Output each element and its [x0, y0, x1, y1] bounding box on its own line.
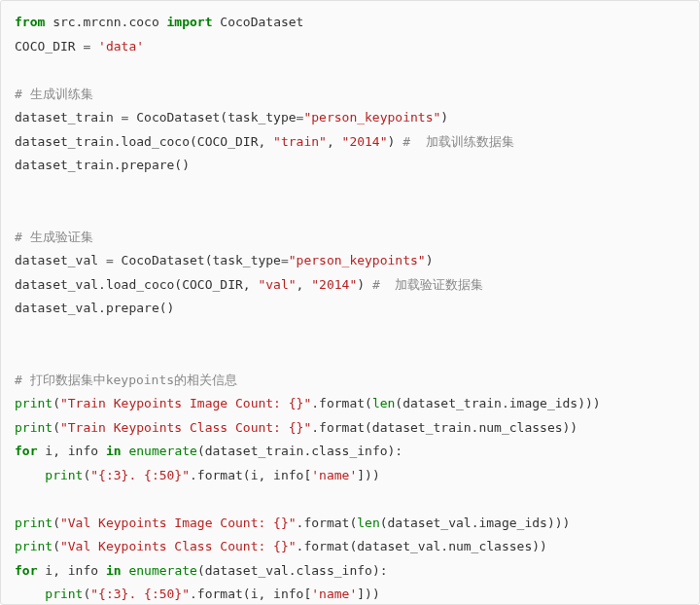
code-line: print("Val Keypoints Class Count: {}".fo…	[15, 535, 685, 559]
code-line: print("Train Keypoints Image Count: {}".…	[15, 392, 685, 416]
code-line: for i, info in enumerate(dataset_val.cla…	[15, 559, 685, 584]
code-line: print("Val Keypoints Image Count: {}".fo…	[15, 512, 685, 536]
code-line: dataset_val.prepare()	[15, 297, 685, 321]
code-line	[15, 321, 685, 345]
code-line: # 生成训练集	[15, 83, 685, 107]
code-line: COCO_DIR = 'data'	[15, 35, 685, 59]
code-line	[15, 201, 685, 226]
code-line: from src.mrcnn.coco import CocoDataset	[15, 11, 685, 35]
code-line: dataset_train.load_coco(COCO_DIR, "train…	[15, 130, 685, 155]
code-line: print("Train Keypoints Class Count: {}".…	[15, 416, 685, 441]
code-line	[15, 487, 685, 512]
code-line: # 生成验证集	[15, 226, 685, 250]
code-line: # 打印数据集中keypoints的相关信息	[15, 369, 685, 393]
code-line: print("{:3}. {:50}".format(i, info['name…	[15, 464, 685, 488]
code-line: dataset_val = CocoDataset(task_type="per…	[15, 249, 685, 273]
code-line: print("{:3}. {:50}".format(i, info['name…	[15, 583, 685, 605]
code-line	[15, 178, 685, 202]
code-line: dataset_val.load_coco(COCO_DIR, "val", "…	[15, 273, 685, 298]
code-line	[15, 344, 685, 369]
code-block: from src.mrcnn.coco import CocoDatasetCO…	[0, 0, 700, 605]
code-line: for i, info in enumerate(dataset_train.c…	[15, 440, 685, 464]
code-line	[15, 58, 685, 83]
code-line: dataset_train = CocoDataset(task_type="p…	[15, 106, 685, 130]
code-line: dataset_train.prepare()	[15, 154, 685, 178]
